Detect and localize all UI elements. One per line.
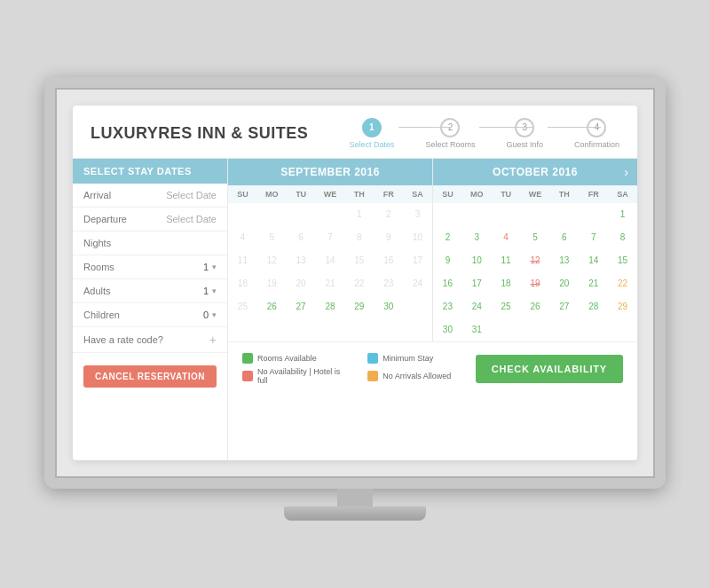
calendar-day [608, 318, 637, 341]
children-field[interactable]: Children 0 ▾ [73, 303, 227, 327]
monitor-neck [337, 489, 373, 506]
calendar-day[interactable]: 24 [403, 272, 432, 295]
calendar-day[interactable]: 13 [549, 249, 579, 272]
calendar-day [579, 203, 608, 226]
calendar-day [462, 203, 492, 226]
calendar-day[interactable]: 5 [521, 226, 550, 249]
hotel-name: LUXURYRES INN & SUITES [91, 124, 308, 143]
calendar-day[interactable]: 23 [374, 272, 403, 295]
calendar-day[interactable]: 9 [374, 226, 403, 249]
legend-label: No Availability | Hotel is full [257, 367, 350, 385]
calendar-day [257, 203, 287, 226]
calendar-day [287, 203, 316, 226]
calendar-day[interactable]: 4 [492, 226, 521, 249]
calendar-day[interactable]: 12 [257, 249, 287, 272]
calendar-day[interactable]: 29 [344, 295, 374, 318]
rooms-select[interactable]: 1 ▾ [203, 262, 217, 272]
calendar-day[interactable]: 8 [608, 226, 637, 249]
calendar-day [316, 203, 345, 226]
calendar-day[interactable]: 11 [228, 249, 257, 272]
calendar-day[interactable]: 18 [228, 272, 257, 295]
calendar-day[interactable]: 16 [433, 272, 462, 295]
calendar-day[interactable]: 9 [433, 249, 462, 272]
calendar-day[interactable]: 7 [316, 226, 345, 249]
calendar-day[interactable]: 30 [433, 318, 462, 341]
legend-dot [367, 353, 378, 364]
rooms-field[interactable]: Rooms 1 ▾ [73, 255, 227, 279]
calendar-day[interactable]: 19 [521, 272, 550, 295]
calendar-day[interactable]: 27 [287, 295, 316, 318]
calendar-day[interactable]: 14 [579, 249, 608, 272]
calendar-day[interactable]: 16 [374, 249, 403, 272]
calendar-day[interactable]: 26 [521, 295, 550, 318]
step-3-label: Guest Info [506, 140, 543, 149]
step-2-circle: 2 [440, 118, 460, 137]
calendar-day[interactable]: 27 [549, 295, 579, 318]
calendar-day [492, 318, 521, 341]
calendar-day[interactable]: 3 [462, 226, 492, 249]
departure-value[interactable]: Select Date [166, 214, 217, 224]
calendar-day[interactable]: 20 [287, 272, 316, 295]
calendar-day[interactable]: 21 [316, 272, 345, 295]
calendar-day[interactable]: 23 [433, 295, 462, 318]
sidebar-header: SELECT STAY DATES [73, 159, 227, 184]
calendar-day[interactable]: 6 [549, 226, 579, 249]
calendar-day[interactable]: 10 [462, 249, 492, 272]
calendar-day[interactable]: 10 [403, 226, 432, 249]
calendar-day[interactable]: 2 [374, 203, 403, 226]
calendar-day[interactable]: 28 [579, 295, 608, 318]
calendar-day[interactable]: 26 [257, 295, 287, 318]
calendar-day[interactable]: 15 [608, 249, 637, 272]
calendar-day[interactable]: 11 [492, 249, 521, 272]
calendar-day[interactable]: 14 [316, 249, 345, 272]
calendar-day[interactable]: 15 [344, 249, 374, 272]
calendar-day[interactable]: 8 [344, 226, 374, 249]
calendar-day[interactable]: 28 [316, 295, 345, 318]
calendar-day[interactable]: 1 [344, 203, 374, 226]
step-3[interactable]: 3 Guest Info [506, 118, 543, 149]
calendar-day[interactable]: 31 [462, 318, 492, 341]
step-1[interactable]: 1 Select Dates [349, 118, 394, 149]
calendar-day[interactable]: 17 [403, 249, 432, 272]
nights-label: Nights [83, 238, 111, 248]
calendar-day[interactable]: 25 [492, 295, 521, 318]
calendar-day[interactable]: 1 [608, 203, 637, 226]
calendar-day[interactable]: 19 [257, 272, 287, 295]
calendar-day[interactable]: 12 [521, 249, 550, 272]
calendar-day[interactable]: 24 [462, 295, 492, 318]
calendar-day[interactable]: 7 [579, 226, 608, 249]
calendar-day[interactable]: 2 [433, 226, 462, 249]
cancel-reservation-button[interactable]: CANCEL RESERVATION [83, 365, 217, 388]
calendar-day[interactable]: 22 [608, 272, 637, 295]
calendar-day[interactable]: 5 [257, 226, 287, 249]
adults-select[interactable]: 1 ▾ [203, 286, 217, 296]
step-2[interactable]: 2 Select Rooms [425, 118, 475, 149]
calendar-day[interactable]: 17 [462, 272, 492, 295]
next-month-button[interactable]: › [624, 165, 628, 179]
calendar-day[interactable]: 3 [403, 203, 432, 226]
calendar-day[interactable]: 21 [579, 272, 608, 295]
children-value: 0 [203, 310, 209, 320]
calendar-day[interactable]: 20 [549, 272, 579, 295]
step-3-circle: 3 [515, 118, 534, 137]
calendar-day[interactable]: 29 [608, 295, 637, 318]
calendar-day[interactable]: 30 [374, 295, 403, 318]
check-availability-button[interactable]: CHECK AVAILABILITY [476, 355, 623, 383]
step-4[interactable]: 4 Confirmation [574, 118, 619, 149]
plus-icon[interactable]: + [209, 333, 217, 346]
calendar-day[interactable]: 4 [228, 226, 257, 249]
rate-code-row[interactable]: Have a rate code? + [73, 327, 227, 353]
step-1-label: Select Dates [349, 140, 394, 149]
sidebar: SELECT STAY DATES Arrival Select Date De… [73, 159, 228, 460]
children-select[interactable]: 0 ▾ [203, 310, 217, 320]
calendar-day[interactable]: 13 [287, 249, 316, 272]
rate-code-label: Have a rate code? [83, 334, 163, 345]
arrival-field: Arrival Select Date [73, 184, 227, 208]
bottom-bar: Rooms AvailableMinimum StayNo Availabili… [228, 341, 637, 396]
calendar-day[interactable]: 18 [492, 272, 521, 295]
calendar-day[interactable]: 25 [228, 295, 257, 318]
calendar-day[interactable]: 6 [287, 226, 316, 249]
arrival-value[interactable]: Select Date [166, 190, 217, 200]
calendar-day[interactable]: 22 [344, 272, 374, 295]
adults-field[interactable]: Adults 1 ▾ [73, 279, 227, 303]
